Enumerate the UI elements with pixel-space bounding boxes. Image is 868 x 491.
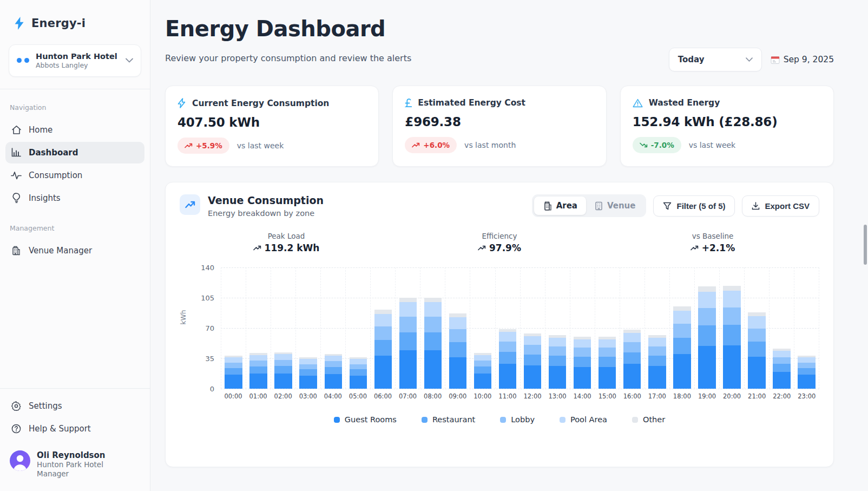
bar-16:00[interactable] <box>620 267 645 389</box>
nav-item-label: Home <box>29 125 52 135</box>
bar-segment-lobby <box>225 363 242 368</box>
bar-01:00[interactable] <box>246 267 271 389</box>
bar-segment-pool-area <box>599 339 616 348</box>
bar-segment-pool-area <box>748 316 765 329</box>
delta-value: +6.0% <box>423 141 450 149</box>
bar-14:00[interactable] <box>570 267 595 389</box>
legend-label: Guest Rooms <box>345 415 397 424</box>
help-icon <box>11 423 22 434</box>
chevron-down-icon <box>126 58 133 63</box>
nav-item-label: Consumption <box>29 171 82 180</box>
bar-05:00[interactable] <box>345 267 370 389</box>
nav-item-label: Dashboard <box>29 148 78 158</box>
bar-segment-guest-rooms <box>798 375 815 389</box>
bar-segment-restaurant <box>424 332 442 351</box>
sidebar-item-home[interactable]: Home <box>5 119 144 141</box>
legend-item-lobby: Lobby <box>500 415 535 424</box>
bar-segment-lobby <box>723 307 740 325</box>
bar-segment-guest-rooms <box>549 366 566 389</box>
sidebar-item-settings[interactable]: Settings <box>5 395 144 417</box>
bar-04:00[interactable] <box>320 267 345 389</box>
x-tick: 12:00 <box>520 392 545 400</box>
page-subtitle: Review your property consumption and rev… <box>165 53 411 63</box>
sidebar-item-consumption[interactable]: Consumption <box>5 165 144 186</box>
bar-segment-pool-area <box>574 339 591 348</box>
bar-segment-restaurant <box>374 340 392 356</box>
x-tick: 11:00 <box>495 392 520 400</box>
user-profile[interactable]: Oli Reynoldson Hunton Park Hotel Manager <box>0 441 150 482</box>
sidebar-item-help-support[interactable]: Help & Support <box>5 418 144 440</box>
page-title: Energy Dashboard <box>165 16 411 41</box>
x-tick: 22:00 <box>770 392 794 400</box>
bar-07:00[interactable] <box>395 267 420 389</box>
bar-13:00[interactable] <box>545 267 570 389</box>
toggle-venue-button[interactable]: Venue <box>586 197 645 215</box>
bar-segment-lobby <box>374 326 392 340</box>
nav-list: HomeDashboardConsumptionInsights <box>0 118 150 210</box>
bar-segment-lobby <box>648 346 666 356</box>
bar-08:00[interactable] <box>420 267 445 389</box>
bar-segment-guest-rooms <box>474 374 491 389</box>
x-tick: 00:00 <box>221 392 246 400</box>
bar-18:00[interactable] <box>669 267 694 389</box>
bar-segment-guest-rooms <box>499 364 516 389</box>
app-name: Energy-i <box>31 17 86 30</box>
bar-09:00[interactable] <box>445 267 470 389</box>
bar-segment-guest-rooms <box>374 356 392 389</box>
bar-00:00[interactable] <box>221 267 246 389</box>
bar-segment-other <box>673 306 691 311</box>
bar-06:00[interactable] <box>370 267 395 389</box>
kpi-label: Peak Load <box>180 232 393 240</box>
bar-segment-restaurant <box>648 356 666 366</box>
dashboard-icon <box>11 147 22 158</box>
sidebar-item-insights[interactable]: Insights <box>5 187 144 209</box>
user-role: Hunton Park Hotel Manager <box>37 460 118 479</box>
x-tick: 18:00 <box>669 392 694 400</box>
mgmt-section-label: Management <box>0 210 150 239</box>
bar-02:00[interactable] <box>271 267 295 389</box>
bar-segment-restaurant <box>698 325 715 346</box>
bar-segment-guest-rooms <box>449 357 466 389</box>
bar-segment-pool-area <box>773 351 790 357</box>
bar-03:00[interactable] <box>295 267 320 389</box>
bar-22:00[interactable] <box>769 267 794 389</box>
filter-button[interactable]: Filter (5 of 5) <box>653 195 735 217</box>
property-selector[interactable]: Hunton Park Hotel Abbots Langley <box>9 44 141 77</box>
chart-legend: Guest RoomsRestaurantLobbyPool AreaOther <box>180 415 819 424</box>
area-venue-toggle: AreaVenue <box>532 194 647 217</box>
bar-15:00[interactable] <box>595 267 620 389</box>
x-tick: 23:00 <box>794 392 819 400</box>
nav-section-label: Navigation <box>0 89 150 118</box>
bar-segment-pool-area <box>698 292 715 308</box>
bar-23:00[interactable] <box>794 267 819 389</box>
bar-19:00[interactable] <box>694 267 719 389</box>
bar-segment-restaurant <box>623 352 641 364</box>
bar-segment-lobby <box>325 361 342 367</box>
x-tick: 17:00 <box>645 392 669 400</box>
export-csv-button[interactable]: Export CSV <box>742 195 819 217</box>
bar-12:00[interactable] <box>520 267 545 389</box>
toggle-area-button[interactable]: Area <box>534 197 586 215</box>
bar-10:00[interactable] <box>470 267 495 389</box>
bar-11:00[interactable] <box>495 267 520 389</box>
export-button-label: Export CSV <box>765 201 810 211</box>
chart-subtitle: Energy breakdown by zone <box>208 209 324 218</box>
sidebar-item-venue-manager[interactable]: Venue Manager <box>5 240 144 261</box>
bar-segment-lobby <box>798 363 815 368</box>
kpi-value-text: +2.1% <box>702 243 735 253</box>
bar-segment-pool-area <box>673 311 691 324</box>
sidebar-item-dashboard[interactable]: Dashboard <box>5 142 144 163</box>
vertical-scrollbar[interactable] <box>864 225 867 265</box>
date-range-select[interactable]: Today <box>669 48 762 71</box>
bar-segment-guest-rooms <box>748 357 765 389</box>
venue-icon <box>595 201 603 211</box>
bar-21:00[interactable] <box>744 267 769 389</box>
bar-20:00[interactable] <box>719 267 744 389</box>
bar-17:00[interactable] <box>645 267 669 389</box>
mgmt-list: Venue Manager <box>0 239 150 263</box>
trend-up-icon <box>478 245 486 251</box>
bar-segment-pool-area <box>374 314 392 326</box>
avatar <box>10 450 30 471</box>
kpi-value-text: 97.9% <box>489 243 521 253</box>
sidebar: Energy-i Hunton Park Hotel Abbots Langle… <box>0 0 150 491</box>
